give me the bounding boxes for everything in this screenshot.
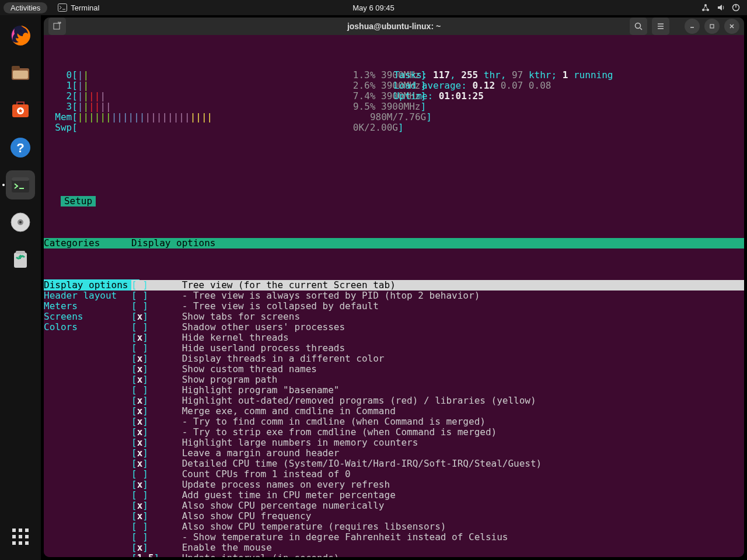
system-tray[interactable] (701, 4, 740, 12)
maximize-button[interactable] (704, 19, 720, 34)
dock-trash[interactable] (6, 245, 35, 274)
cpu-meter-1: 1[|| 2.6% 3900MHz] Load average: 0.12 0.… (44, 80, 744, 91)
swap-meter: Swp[ 0K/2.00G] (44, 123, 744, 133)
option-row[interactable]: [x] Hide kernel threads (44, 332, 744, 343)
terminal-icon (58, 4, 67, 12)
dock-help[interactable]: ? (6, 133, 35, 162)
option-row[interactable]: [ ] Highlight program "basename" (44, 385, 744, 396)
category-item[interactable]: Display options (44, 279, 139, 290)
svg-rect-8 (12, 66, 20, 70)
setup-header: CategoriesDisplay options (44, 238, 744, 249)
minimize-button[interactable] (685, 19, 700, 34)
svg-rect-23 (54, 23, 60, 29)
dock: ? (0, 15, 41, 560)
search-button[interactable] (630, 18, 647, 35)
activities-button[interactable]: Activities (4, 2, 47, 13)
close-button[interactable] (724, 19, 739, 34)
show-apps-button[interactable] (9, 525, 32, 548)
option-row[interactable]: [x] Also show CPU frequency (44, 511, 744, 522)
option-row[interactable]: [x] Update process names on every refres… (44, 480, 744, 490)
window-title: joshua@ubuntu-linux: ~ (347, 22, 441, 31)
category-item[interactable]: Screens (44, 312, 131, 322)
option-row[interactable]: [x] Leave a margin around header (44, 448, 744, 459)
cpu-meter-2: 2[||||| 7.4% 3900MHz] Uptime: 01:01:25 (44, 91, 744, 102)
dock-firefox[interactable] (6, 21, 35, 50)
option-row[interactable]: Display options [ ] Tree view (for the c… (44, 280, 744, 290)
option-row[interactable]: [ ] Also show CPU temperature (requires … (44, 522, 744, 532)
category-item[interactable]: Colors (44, 322, 131, 332)
cpu-meter-3: 3[|||||| 9.5% 3900MHz] (44, 102, 744, 112)
terminal-window: joshua@ubuntu-linux: ~ 0[|| 1.3% 3900MHz… (44, 18, 744, 557)
option-row[interactable]: Meters[ ] - Tree view is collapsed by de… (44, 301, 744, 312)
category-item[interactable]: Meters (44, 301, 131, 312)
svg-rect-0 (58, 4, 67, 12)
option-row[interactable]: [x] Display threads in a different color (44, 354, 744, 364)
svg-point-26 (636, 23, 641, 29)
appmenu[interactable]: Terminal (58, 4, 99, 12)
option-row[interactable]: [x] Show custom thread names (44, 364, 744, 374)
option-row[interactable]: Screens[x] Show tabs for screens (44, 312, 744, 322)
setup-tab: Setup (61, 196, 96, 206)
option-row[interactable]: [ ] Count CPUs from 1 instead of 0 (44, 469, 744, 480)
option-row[interactable]: [ ] - Show temperature in degree Fahrenh… (44, 532, 744, 542)
new-tab-button[interactable] (48, 18, 66, 35)
option-row[interactable]: Header layout[ ] - Tree view is always s… (44, 290, 744, 301)
option-row[interactable]: [ ] Add guest time in CPU meter percenta… (44, 490, 744, 501)
volume-icon[interactable] (717, 4, 725, 12)
titlebar: joshua@ubuntu-linux: ~ (44, 18, 744, 35)
category-item[interactable]: Header layout (44, 290, 131, 301)
clock[interactable]: May 6 09:45 (352, 4, 395, 12)
appmenu-label: Terminal (71, 4, 99, 12)
svg-rect-9 (13, 71, 28, 79)
svg-point-20 (19, 221, 22, 223)
option-row[interactable]: [x] Highlight large numbers in memory co… (44, 438, 744, 448)
option-row[interactable]: [x] Also show CPU percentage numerically (44, 501, 744, 511)
svg-rect-15 (12, 177, 29, 181)
cpu-meter-0: 0[|| 1.3% 3900MHz] Tasks: 117, 255 thr, … (44, 70, 744, 80)
option-row[interactable]: Colors[ ] Shadow other users' processes (44, 322, 744, 332)
svg-text:?: ? (16, 141, 24, 155)
hamburger-menu-button[interactable] (652, 18, 669, 35)
option-row[interactable]: [x] Show program path (44, 374, 744, 385)
terminal-content[interactable]: 0[|| 1.3% 3900MHz] Tasks: 117, 255 thr, … (44, 35, 744, 557)
power-icon[interactable] (732, 4, 740, 12)
dock-files[interactable] (6, 58, 35, 88)
option-row[interactable]: [x] Enable the mouse (44, 542, 744, 553)
dock-disc[interactable] (6, 208, 35, 237)
network-icon[interactable] (701, 4, 710, 12)
dock-terminal[interactable] (6, 170, 35, 200)
gnome-topbar: Activities Terminal May 6 09:45 (0, 0, 747, 15)
mem-meter: Mem[|||||||||||||||||||||||| 980M/7.76G] (44, 112, 744, 123)
option-row[interactable]: [1.5] Update interval (in seconds) (44, 553, 744, 557)
option-row[interactable]: [x] - Try to strip exe from cmdline (whe… (44, 427, 744, 438)
option-row[interactable]: [x] Highlight out-dated/removed programs… (44, 396, 744, 406)
option-row[interactable]: [ ] Hide userland process threads (44, 343, 744, 354)
dock-software[interactable] (6, 96, 35, 125)
svg-rect-32 (710, 24, 714, 28)
svg-rect-22 (16, 251, 25, 254)
option-row[interactable]: [x] Detailed CPU time (System/IO-Wait/Ha… (44, 459, 744, 469)
option-row[interactable]: [x] - Try to find comm in cmdline (when … (44, 416, 744, 427)
option-row[interactable]: [x] Merge exe, comm and cmdline in Comma… (44, 406, 744, 416)
svg-line-27 (640, 28, 642, 30)
